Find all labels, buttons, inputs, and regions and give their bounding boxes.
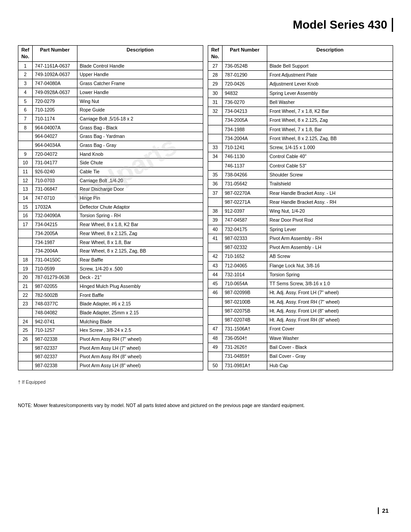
- ref-no: 27: [208, 61, 223, 70]
- description: Wave Washer: [267, 334, 393, 343]
- table-row: 11 926-0240 Cable Tie: [18, 167, 203, 176]
- ref-no: 29: [208, 80, 223, 89]
- part-number: 747-1161A-0637: [33, 61, 77, 70]
- table-row: 33 710-1241 Screw, 1/4-15 x 1.000: [208, 143, 393, 152]
- part-number: 749-0928A-0637: [33, 88, 77, 97]
- table-row: 8 964-04007A Grass Bag - Black: [18, 123, 203, 132]
- description: Pivot Arm Assembly - LH: [267, 243, 393, 252]
- description: Grass Catcher Frame: [77, 79, 203, 88]
- ref-no: 8: [18, 123, 33, 132]
- ref-no: 15: [18, 202, 33, 211]
- part-number: 987-02055: [33, 282, 77, 291]
- page-header: Model Series 430: [18, 18, 393, 32]
- table-row: 38 912-0397 Wing Nut, 1/4-20: [208, 207, 393, 216]
- description: Ht. Adj. Assy. Front LH (8" wheel): [267, 306, 393, 315]
- ref-no: 22: [18, 291, 33, 300]
- description: Wing Nut: [77, 97, 203, 106]
- description: Carriage Bolt ,5/16-18 x 2: [77, 114, 203, 123]
- ref-no: 7: [18, 114, 33, 123]
- ref-no: 6: [18, 106, 33, 115]
- description: Deflector Chute Adaptor: [77, 202, 203, 211]
- part-number: 734-2005A: [223, 116, 267, 125]
- part-number: 747-04080A: [33, 79, 77, 88]
- ref-no: [18, 229, 33, 238]
- part-number: 926-0240: [33, 167, 77, 176]
- ref-no: 5: [18, 97, 33, 106]
- note-text: NOTE: Mower features/components vary by …: [18, 403, 305, 408]
- description: Bail Cover - Gray: [267, 352, 393, 361]
- ref-no: [18, 352, 33, 361]
- col-header-desc-right: Description: [267, 46, 393, 62]
- description: Pivot Arm Assy RH (8" wheel): [77, 352, 203, 361]
- part-number: 987-02099B: [223, 288, 267, 297]
- part-number: 787-01290: [223, 71, 267, 80]
- page-title: Model Series 430: [293, 18, 387, 31]
- table-row: 987-02100B Ht. Adj. Assy. Front RH (7" w…: [208, 297, 393, 306]
- description: Rear Wheel, 8 x 2.125, Zag, BB: [77, 247, 203, 256]
- part-number: 747-0710: [33, 194, 77, 203]
- ref-no: [18, 361, 33, 370]
- description: AB Screw: [267, 252, 393, 261]
- ref-no: [208, 134, 223, 143]
- table-row: 964-04034A Grass Bag - Gray: [18, 141, 203, 150]
- ref-no: 36: [208, 180, 223, 189]
- part-number: 964-04007A: [33, 123, 77, 132]
- part-number: 987-02075B: [223, 306, 267, 315]
- ref-no: 32: [208, 107, 223, 116]
- part-number: 912-0397: [223, 207, 267, 216]
- description: Hinged Mulch Plug Assembly: [77, 282, 203, 291]
- part-number: 736-0504†: [223, 334, 267, 343]
- ref-no: 10: [18, 159, 33, 167]
- part-number: 734-1988: [223, 125, 267, 134]
- part-number: 710-0654A: [223, 279, 267, 288]
- table-row: 987-02338 Pivot Arm Assy LH (8" wheel): [18, 361, 203, 370]
- ref-no: [208, 306, 223, 315]
- table-row: 13 731-06847 Rear Discharge Door: [18, 185, 203, 194]
- ref-no: 50: [208, 361, 223, 370]
- table-row: 5 720-0279 Wing Nut: [18, 97, 203, 106]
- ref-no: 26: [18, 335, 33, 344]
- ref-no: 12: [18, 176, 33, 185]
- description: Pivot Arm Assy LH (7" wheel): [77, 343, 203, 352]
- description: Rear Wheel, 8 x 2.125, Zag: [77, 229, 203, 238]
- description: Blade Adapter, 25mm x 2.15: [77, 309, 203, 317]
- part-number: 748-04082: [33, 309, 77, 317]
- table-row: 16 732-04090A Torsion Spring - RH: [18, 211, 203, 220]
- ref-no: 45: [208, 279, 223, 288]
- ref-no: 33: [208, 143, 223, 152]
- description: Screw, 1/4-20 x .500: [77, 264, 203, 273]
- description: Hinge Pin: [77, 194, 203, 203]
- description: Cable Tie: [77, 167, 203, 176]
- table-row: 731-04859† Bail Cover - Gray: [208, 352, 393, 361]
- table-row: 734-2005A Front Wheel, 8 x 2.125, Zag: [208, 116, 393, 125]
- ref-no: [208, 316, 223, 325]
- part-number: 710-0703: [33, 176, 77, 185]
- part-number: 734-04213: [223, 107, 267, 116]
- description: Front Wheel, 8 x 2.125, Zag, BB: [267, 134, 393, 143]
- table-row: 964-04027 Grass Bag - Yardman: [18, 132, 203, 141]
- part-number: 731-04859†: [223, 352, 267, 361]
- col-header-part-right: Part Number: [223, 46, 267, 62]
- ref-no: 20: [18, 273, 33, 282]
- table-row: 987-02337 Pivot Arm Assy LH (7" wheel): [18, 343, 203, 352]
- parts-table-left: RefNo. Part Number Description 1 747-116…: [18, 45, 203, 370]
- table-row: 10 731-04177 Side Chute: [18, 159, 203, 167]
- ref-no: [18, 141, 33, 150]
- table-row: 36 731-05642 Trailshield: [208, 180, 393, 189]
- col-header-desc-left: Description: [77, 46, 203, 62]
- table-row: 734-1988 Front Wheel, 7 x 1.8, Bar: [208, 125, 393, 134]
- ref-no: 16: [18, 211, 33, 220]
- ref-no: 38: [208, 207, 223, 216]
- part-number: 731-1506A†: [223, 325, 267, 334]
- description: Blade Control Handle: [77, 61, 203, 70]
- table-row: 32 734-04213 Front Wheel, 7 x 1.8, K2 Ba…: [208, 107, 393, 116]
- table-row: 42 710-1652 AB Screw: [208, 252, 393, 261]
- description: Rear Handle Bracket Assy. - RH: [267, 197, 393, 206]
- ref-no: 47: [208, 325, 223, 334]
- ref-no: [208, 297, 223, 306]
- ref-no: 3: [18, 79, 33, 88]
- part-number: 731-04150C: [33, 255, 77, 264]
- ref-no: [208, 352, 223, 361]
- ref-no: 13: [18, 185, 33, 194]
- ref-no: 4: [18, 88, 33, 97]
